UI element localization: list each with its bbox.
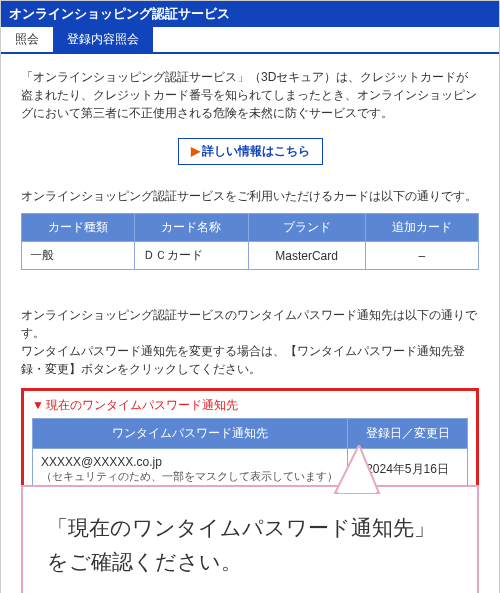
spacer [21,270,479,306]
table-header-row: ワンタイムパスワード通知先 登録日／変更日 [33,419,468,449]
table-header-row: カード種類 カード名称 ブランド 追加カード [22,214,479,242]
tab-registration-details[interactable]: 登録内容照会 [53,27,153,52]
info-button-wrap: ▶詳しい情報はこちら [21,138,479,165]
play-arrow-icon: ▶ [191,144,200,158]
intro-text: 「オンラインショッピング認証サービス」（3Dセキュア）は、クレジットカードが盗ま… [21,68,479,122]
otp-box-title-text: 現在のワンタイムパスワード通知先 [46,398,238,412]
th-otp-date: 登録日／変更日 [348,419,468,449]
instruction-callout: 「現在のワンタイムパスワード通知先」をご確認ください。 [21,485,479,593]
td-card-type: 一般 [22,242,135,270]
title-bar: オンラインショッピング認証サービス [1,1,499,27]
th-otp-dest: ワンタイムパスワード通知先 [33,419,348,449]
eligible-cards-table: カード種類 カード名称 ブランド 追加カード 一般 ＤＣカード MasterCa… [21,213,479,270]
otp-dest-note: （セキュリティのため、一部をマスクして表示しています） [41,469,339,484]
page-root: オンラインショッピング認証サービス 照会 登録内容照会 「オンラインショッピング… [0,0,500,593]
th-additional-card: 追加カード [365,214,478,242]
otp-destination-table: ワンタイムパスワード通知先 登録日／変更日 XXXXX@XXXXX.co.jp … [32,418,468,491]
otp-dest-email: XXXXX@XXXXX.co.jp [41,455,339,469]
page-title: オンラインショッピング認証サービス [9,6,230,21]
td-additional-card: – [365,242,478,270]
callout-text: 「現在のワンタイムパスワード通知先」をご確認ください。 [47,516,435,573]
tab-inquiry[interactable]: 照会 [1,27,53,52]
th-brand: ブランド [248,214,365,242]
th-card-type: カード種類 [22,214,135,242]
td-card-name: ＤＣカード [135,242,248,270]
otp-lead-text: オンラインショッピング認証サービスのワンタイムパスワード通知先は以下の通りです。… [21,306,479,378]
more-info-label: 詳しい情報はこちら [202,144,310,158]
callout-tail-icon [323,445,383,495]
th-card-name: カード名称 [135,214,248,242]
tab-strip: 照会 登録内容照会 [1,27,499,54]
tab-spacer [153,27,499,52]
cards-lead-text: オンラインショッピング認証サービスをご利用いただけるカードは以下の通りです。 [21,187,479,205]
otp-box-title: ▼現在のワンタイムパスワード通知先 [32,397,468,414]
td-brand: MasterCard [248,242,365,270]
more-info-button[interactable]: ▶詳しい情報はこちら [178,138,323,165]
table-row: 一般 ＤＣカード MasterCard – [22,242,479,270]
triangle-down-icon: ▼ [32,398,44,412]
